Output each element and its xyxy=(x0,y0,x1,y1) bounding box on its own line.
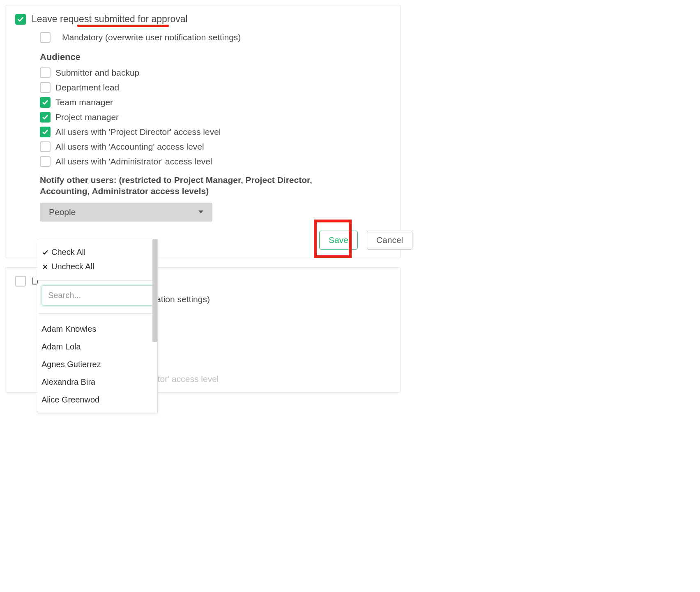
dropdown-divider-2 xyxy=(38,313,157,314)
audience-row: Team manager xyxy=(40,97,391,108)
panel-title-row: Leave request submitted for approval xyxy=(15,14,391,25)
audience-checkbox-0[interactable] xyxy=(40,67,51,78)
audience-label: All users with 'Administrator' access le… xyxy=(55,157,212,166)
check-all-action[interactable]: Check All xyxy=(41,245,154,259)
cancel-button[interactable]: Cancel xyxy=(367,231,412,250)
uncheck-all-action[interactable]: Uncheck All xyxy=(41,259,154,274)
audience-row: Department lead xyxy=(40,82,391,93)
audience-label: Team manager xyxy=(55,97,113,107)
mandatory-row: Mandatory (overwrite user notification s… xyxy=(40,32,391,43)
save-button[interactable]: Save xyxy=(319,231,358,250)
audience-checkbox-4[interactable] xyxy=(40,127,51,137)
audience-heading: Audience xyxy=(40,52,391,62)
mandatory-label: Mandatory (overwrite user notification s… xyxy=(62,32,241,42)
people-list-item[interactable]: Agnes Gutierrez xyxy=(38,356,157,373)
caret-down-icon xyxy=(198,210,203,213)
people-list-item[interactable]: Adam Lola xyxy=(38,338,157,356)
check-all-label: Check All xyxy=(51,247,85,257)
audience-checkbox-3[interactable] xyxy=(40,112,51,123)
check-icon xyxy=(41,249,49,256)
people-list: Adam KnowlesAdam LolaAgnes GutierrezAlex… xyxy=(38,318,157,398)
people-dropdown-label: People xyxy=(49,207,76,217)
people-dropdown-panel: Check All Uncheck All Adam KnowlesAdam L… xyxy=(38,239,158,398)
notification-panel-1: Leave request submitted for approval Man… xyxy=(5,5,401,258)
panel-title: Leave request submitted for approval xyxy=(32,14,188,25)
notify-heading: Notify other users: (restricted to Proje… xyxy=(40,174,356,197)
people-dropdown[interactable]: People xyxy=(40,203,212,222)
audience-row: All users with 'Administrator' access le… xyxy=(40,156,391,167)
audience-label: Submitter and backup xyxy=(55,68,139,78)
dropdown-scrollbar[interactable] xyxy=(152,239,157,342)
dropdown-divider xyxy=(38,280,157,281)
audience-checkbox-6[interactable] xyxy=(40,156,51,167)
mandatory-checkbox[interactable] xyxy=(40,32,51,43)
panel-body: Mandatory (overwrite user notification s… xyxy=(40,32,391,250)
enable-notification-checkbox-2[interactable] xyxy=(15,276,26,287)
people-list-item[interactable]: Alexandra Bira xyxy=(38,373,157,391)
action-row: Save Cancel xyxy=(319,231,391,250)
audience-row: All users with 'Accounting' access level xyxy=(40,141,391,152)
audience-label: All users with 'Project Director' access… xyxy=(55,127,221,137)
people-list-item[interactable]: Alice Greenwod xyxy=(38,391,157,398)
audience-row: Project manager xyxy=(40,112,391,123)
audience-checkbox-1[interactable] xyxy=(40,82,51,93)
audience-checkbox-5[interactable] xyxy=(40,141,51,152)
panel2-mandatory-tail: otification settings) xyxy=(138,294,391,304)
audience-label: Project manager xyxy=(55,112,119,122)
audience-list: Submitter and backupDepartment leadTeam … xyxy=(40,67,391,167)
people-search-input[interactable] xyxy=(41,285,154,306)
audience-label: All users with 'Accounting' access level xyxy=(55,142,204,152)
audience-row: All users with 'Project Director' access… xyxy=(40,127,391,137)
annotation-underline xyxy=(77,25,169,27)
x-icon xyxy=(41,264,49,270)
audience-checkbox-2[interactable] xyxy=(40,97,51,108)
audience-label: Department lead xyxy=(55,83,119,92)
people-list-item[interactable]: Adam Knowles xyxy=(38,320,157,338)
audience-row: Submitter and backup xyxy=(40,67,391,78)
enable-notification-checkbox[interactable] xyxy=(15,14,26,25)
uncheck-all-label: Uncheck All xyxy=(51,262,94,271)
